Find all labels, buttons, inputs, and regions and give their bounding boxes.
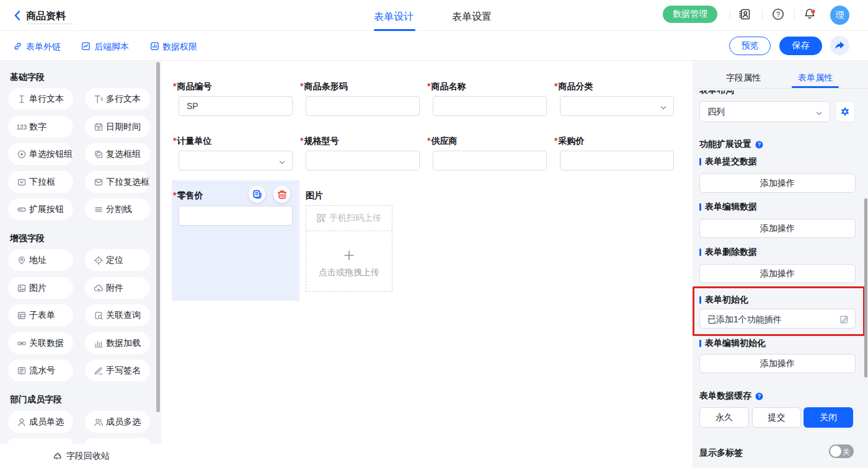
- svg-text:?: ?: [776, 11, 780, 18]
- svg-text:?: ?: [758, 141, 761, 148]
- svg-text:123: 123: [17, 123, 27, 130]
- svg-text:?: ?: [758, 393, 761, 399]
